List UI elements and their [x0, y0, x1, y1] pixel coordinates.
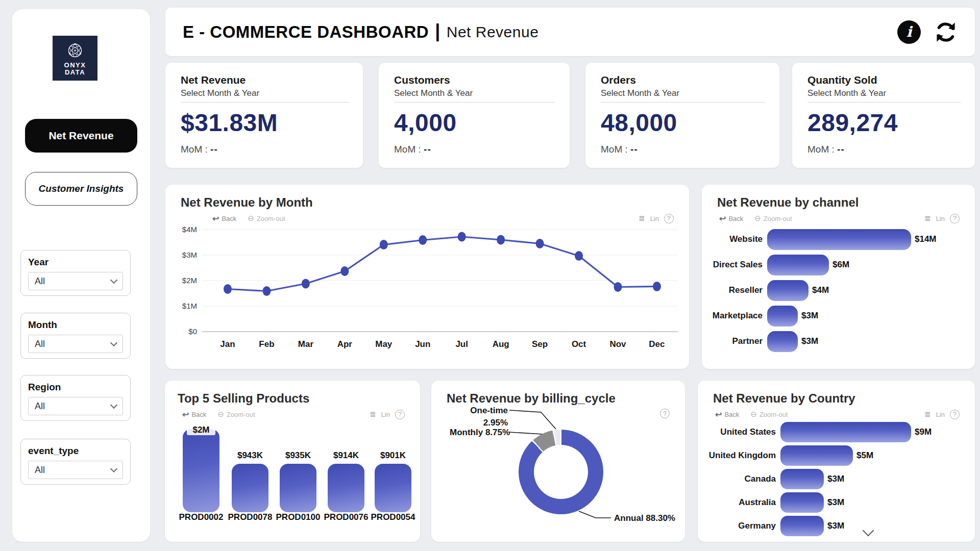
bar-row: United Kingdom$5M: [700, 444, 975, 467]
data-point[interactable]: [380, 240, 388, 249]
bar-row: Partner$3M: [703, 329, 975, 354]
filter-month-value: All: [35, 339, 45, 349]
info-icon[interactable]: i: [897, 20, 921, 44]
kpi-subtitle: Select Month & Year: [394, 88, 555, 98]
value-label: $3M: [801, 336, 818, 346]
filter-region-label: Region: [28, 382, 123, 393]
back-arrow-icon: ↩: [719, 214, 726, 223]
zoom-out-button[interactable]: ⊖Zoom-out: [248, 214, 285, 223]
sidebar: ONYX DATA Net Revenue Customer Insights …: [12, 9, 150, 542]
kpi-title: Quantity Sold: [807, 74, 961, 86]
filter-event-type-label: event_type: [28, 445, 123, 457]
filter-event-type: event_type All: [20, 439, 131, 485]
bar[interactable]: [780, 445, 853, 466]
line-series[interactable]: [228, 237, 657, 291]
data-point[interactable]: [497, 235, 505, 245]
lin-toggle[interactable]: Lin: [936, 411, 945, 418]
line-chart[interactable]: $0$1M$2M$3M$4MJanFebMarAprMayJunJulAugSe…: [165, 222, 689, 358]
data-point[interactable]: [536, 239, 544, 248]
bar[interactable]: [780, 469, 824, 489]
panel-title: Net Revenue by channel: [717, 195, 859, 210]
kpi-title: Net Revenue: [181, 74, 349, 86]
category-label: PROD0076: [321, 512, 372, 522]
panel-title: Net Revenue by Country: [713, 391, 855, 406]
data-point[interactable]: [419, 235, 427, 245]
donut-chart[interactable]: [519, 430, 603, 514]
bar[interactable]: [280, 464, 316, 512]
bar[interactable]: [767, 331, 798, 352]
list-icon[interactable]: ≣: [924, 410, 931, 419]
nav-net-revenue-button[interactable]: Net Revenue: [25, 119, 137, 153]
help-icon[interactable]: ?: [660, 409, 670, 418]
refresh-icon[interactable]: [934, 20, 958, 44]
data-point[interactable]: [614, 282, 622, 292]
data-point[interactable]: [302, 279, 310, 289]
x-axis-label: Jul: [455, 339, 468, 349]
filter-year-select[interactable]: All: [28, 272, 123, 290]
data-point[interactable]: [224, 284, 232, 294]
bar[interactable]: [232, 464, 268, 512]
y-axis-tick: $0: [188, 327, 197, 336]
product-bar-column: $943KPROD0078: [231, 400, 270, 522]
help-icon[interactable]: ?: [950, 214, 960, 223]
lin-toggle[interactable]: Lin: [936, 215, 945, 222]
category-label: PROD0002: [176, 512, 227, 522]
chevron-down-icon: [110, 465, 117, 472]
chevron-down-icon: [110, 276, 117, 283]
kpi-customers: Customers Select Month & Year 4,000 MoM …: [379, 63, 570, 168]
bar[interactable]: [375, 464, 411, 512]
filter-region: Region All: [20, 375, 131, 421]
net-revenue-by-billing-cycle-panel: Net Revenue by billing_cycle ? One-time …: [431, 381, 685, 542]
x-axis-label: Oct: [572, 339, 586, 349]
filter-event-type-select[interactable]: All: [28, 461, 123, 479]
help-icon[interactable]: ?: [950, 410, 960, 419]
bar[interactable]: [767, 229, 911, 250]
kpi-value: 289,274: [807, 109, 961, 137]
lin-toggle[interactable]: Lin: [650, 215, 659, 222]
chart-toolbar: ↩Back ⊖Zoom-out ≣ Lin ?: [212, 213, 674, 223]
back-button[interactable]: ↩Back: [715, 410, 739, 419]
value-label: $9M: [915, 427, 932, 437]
y-axis-tick: $2M: [182, 276, 197, 285]
filter-month-label: Month: [28, 319, 123, 331]
panel-title: Net Revenue by Month: [181, 195, 313, 210]
x-axis-label: May: [375, 339, 393, 349]
data-point[interactable]: [340, 266, 349, 276]
kpi-mom: MoM : --: [181, 144, 349, 155]
back-button[interactable]: ↩Back: [212, 214, 236, 223]
bar[interactable]: [780, 516, 824, 536]
list-icon[interactable]: ≣: [639, 214, 645, 223]
nav-customer-insights-button[interactable]: Customer Insights: [25, 172, 137, 206]
kpi-value: $31.83M: [181, 109, 349, 137]
category-label: Website: [703, 234, 767, 244]
bar[interactable]: [767, 255, 829, 276]
help-icon[interactable]: ?: [664, 214, 674, 223]
bar[interactable]: [780, 492, 824, 513]
filter-month-select[interactable]: All: [28, 335, 123, 353]
back-button[interactable]: ↩Back: [719, 214, 743, 223]
bar[interactable]: [780, 422, 911, 442]
zoom-out-icon: ⊖: [248, 214, 254, 223]
zoom-out-button[interactable]: ⊖Zoom-out: [754, 214, 792, 223]
data-point[interactable]: [262, 286, 271, 296]
zoom-out-button[interactable]: ⊖Zoom-out: [750, 410, 788, 419]
header-bar: E - COMMERCE DASHBOARD | Net Revenue i: [165, 8, 975, 56]
bar[interactable]: [328, 464, 364, 512]
category-label: Marketplace: [703, 311, 767, 321]
y-axis-tick: $1M: [182, 302, 197, 310]
data-point[interactable]: [653, 282, 661, 291]
net-revenue-by-country-panel: Net Revenue by Country ↩Back ⊖Zoom-out ≣…: [698, 381, 975, 542]
list-icon[interactable]: ≣: [924, 214, 931, 223]
filter-year-value: All: [35, 276, 45, 287]
category-label: Australia: [700, 497, 780, 508]
value-label: $14M: [915, 234, 937, 244]
category-label: PROD0078: [225, 512, 276, 522]
data-point[interactable]: [458, 232, 466, 242]
data-point[interactable]: [575, 251, 583, 261]
kpi-title: Orders: [601, 74, 765, 86]
bar[interactable]: [767, 306, 798, 327]
page-title: E - COMMERCE DASHBOARD | Net Revenue: [183, 22, 538, 42]
bar[interactable]: [767, 280, 808, 301]
filter-region-select[interactable]: All: [28, 397, 123, 415]
bar[interactable]: [183, 429, 219, 512]
